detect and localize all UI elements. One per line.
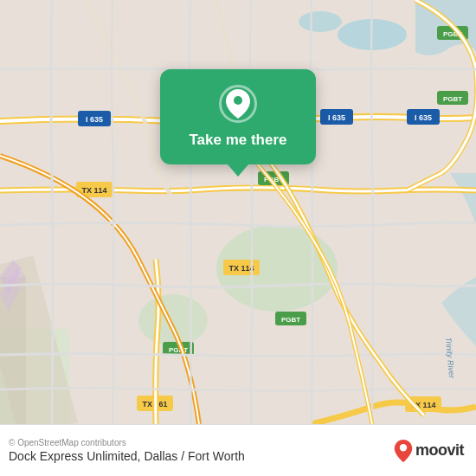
svg-text:TX 114: TX 114 [228,264,254,273]
moovit-logo: moovit [394,440,464,462]
svg-text:PGBT: PGBT [281,316,300,324]
moovit-pin-icon [394,440,413,462]
svg-text:I 635: I 635 [415,113,432,122]
svg-text:I 635: I 635 [86,115,103,124]
svg-text:PGBT: PGBT [443,95,462,103]
svg-point-2 [138,294,208,346]
map-container: I 635 I 635 I 635 TX 114 TX 114 TX 161 T… [0,0,476,424]
map-svg: I 635 I 635 I 635 TX 114 TX 114 TX 161 T… [0,0,476,424]
bottom-bar: © OpenStreetMap contributors Dock Expres… [0,424,476,476]
popup-card[interactable]: Take me there [160,69,316,164]
location-pin-icon [226,89,250,119]
svg-text:TX 114: TX 114 [81,186,106,195]
svg-point-33 [234,96,242,105]
svg-rect-0 [0,0,476,424]
moovit-text: moovit [415,441,464,460]
bottom-text-container: © OpenStreetMap contributors Dock Expres… [9,438,245,463]
popup-label: Take me there [189,132,286,149]
attribution-text: © OpenStreetMap contributors [9,438,245,447]
svg-text:I 635: I 635 [328,113,345,122]
svg-point-5 [299,11,342,32]
popup-icon-container [219,85,257,123]
svg-point-34 [400,444,407,451]
location-name-text: Dock Express Unlimited, Dallas / Fort Wo… [9,449,245,463]
